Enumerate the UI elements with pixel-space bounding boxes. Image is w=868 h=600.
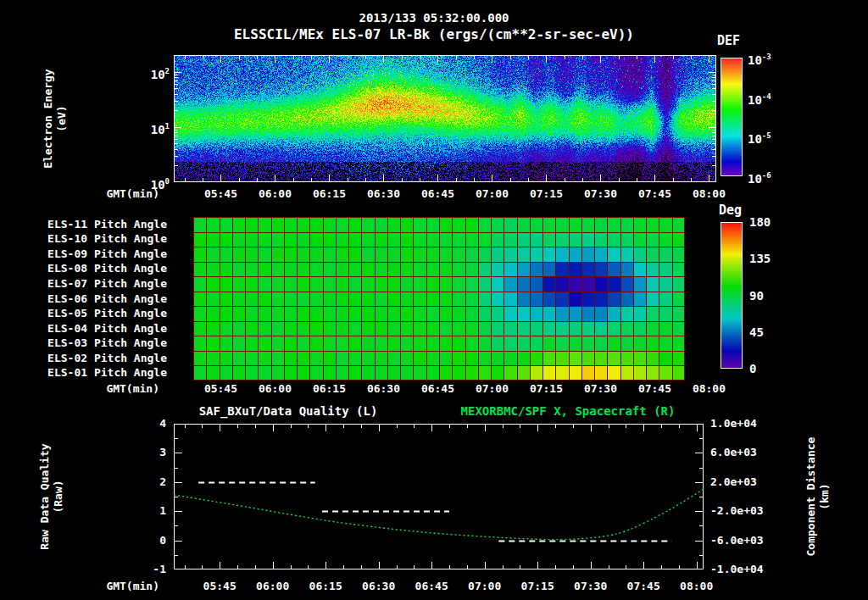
pitch-row-label: ELS-09 Pitch Angle bbox=[34, 247, 167, 261]
deg-colorbar-tick-label: 0 bbox=[749, 362, 787, 375]
spectrogram-y-axis-label-line2: (eV) bbox=[55, 17, 69, 220]
electron-spectrogram-heatmap bbox=[174, 55, 716, 182]
deg-colorbar bbox=[721, 222, 743, 369]
flux-colorbar-title: DEF bbox=[717, 34, 776, 47]
right-y-tick-label: -2.0e+03 bbox=[710, 504, 788, 518]
x-tick-label: 06:00 bbox=[248, 580, 298, 593]
pitch-row-label: ELS-08 Pitch Angle bbox=[34, 262, 167, 275]
right-y-tick-label: 1.0e+04 bbox=[710, 417, 788, 431]
x-tick-label: 06:45 bbox=[406, 580, 457, 593]
distance-y-axis-label-line1: Component Distance bbox=[804, 395, 818, 598]
quality-y-axis-label-line1: Raw Data Quality bbox=[38, 395, 52, 598]
left-y-tick-label: 0 bbox=[124, 534, 166, 547]
pitch-row-label: ELS-06 Pitch Angle bbox=[34, 292, 167, 306]
pitch-row-label: ELS-07 Pitch Angle bbox=[34, 277, 167, 291]
x-tick-label: 06:00 bbox=[249, 187, 300, 201]
right-y-tick-label: 2.0e+03 bbox=[710, 475, 788, 489]
x-tick-label: 07:30 bbox=[575, 187, 626, 201]
x-tick-label: 07:00 bbox=[459, 580, 510, 593]
left-y-tick-label: 3 bbox=[124, 446, 166, 459]
quality-series-title: SAF_BXuT/Data Quality (L) bbox=[174, 404, 403, 418]
left-y-tick-label: 1 bbox=[124, 504, 166, 518]
pitch-row-label: ELS-10 Pitch Angle bbox=[34, 232, 167, 246]
pitch-angle-heatmap bbox=[193, 217, 685, 381]
x-tick-label: 07:00 bbox=[466, 187, 517, 201]
x-tick-label: 07:30 bbox=[575, 382, 626, 396]
distance-y-axis-label: Component Distance (km) bbox=[804, 395, 833, 598]
left-y-tick-label: 2 bbox=[124, 475, 166, 489]
pitch-row-label: ELS-04 Pitch Angle bbox=[34, 322, 167, 336]
right-y-tick-label: -1.0e+04 bbox=[710, 563, 788, 576]
right-y-tick-label: 6.0e+03 bbox=[710, 446, 788, 459]
x-tick-label: 07:15 bbox=[520, 382, 571, 396]
deg-colorbar-tick-label: 135 bbox=[749, 252, 787, 265]
pitch-row-label: ELS-03 Pitch Angle bbox=[34, 336, 167, 350]
flux-colorbar bbox=[721, 58, 743, 176]
flux-colorbar-tick-label: 10-5 bbox=[748, 129, 802, 146]
pitch-row-label: ELS-11 Pitch Angle bbox=[34, 218, 167, 231]
x-tick-label: 08:00 bbox=[671, 580, 722, 593]
flux-colorbar-tick-label: 10-3 bbox=[748, 50, 802, 67]
quality-y-axis-label-line2: (Raw) bbox=[52, 395, 65, 598]
x-tick-label: 06:45 bbox=[412, 382, 463, 396]
x-tick-label: 05:45 bbox=[195, 382, 246, 396]
x-tick-label: 07:45 bbox=[629, 187, 680, 201]
gmt-axis-label: GMT(min) bbox=[85, 580, 159, 593]
y-tick-label: 100 bbox=[132, 175, 170, 192]
deg-colorbar-tick-label: 180 bbox=[749, 215, 787, 229]
timestamp-title: 2013/133 05:32:00.000 bbox=[0, 11, 868, 25]
right-y-tick-label: -6.0e+03 bbox=[710, 534, 788, 547]
y-tick-label: 102 bbox=[132, 64, 170, 81]
pitch-row-label: ELS-02 Pitch Angle bbox=[34, 352, 167, 365]
distance-y-axis-label-line2: (km) bbox=[818, 395, 832, 598]
deg-colorbar-tick-label: 90 bbox=[749, 289, 787, 303]
x-tick-label: 06:00 bbox=[249, 382, 300, 396]
x-tick-label: 05:45 bbox=[195, 187, 246, 201]
pitch-row-label: ELS-01 Pitch Angle bbox=[34, 366, 167, 380]
distance-series-title: MEXORBMC/SPF X, Spacecraft (R) bbox=[407, 404, 729, 418]
left-y-tick-label: 4 bbox=[124, 417, 166, 431]
x-tick-label: 07:45 bbox=[618, 580, 669, 593]
els-plot-screen: 2013/133 05:32:00.000 ELSSCIL/MEx ELS-07… bbox=[0, 0, 868, 600]
y-tick-label: 101 bbox=[132, 119, 170, 136]
x-tick-label: 06:30 bbox=[358, 382, 409, 396]
x-tick-label: 07:00 bbox=[466, 382, 517, 396]
spectrogram-y-axis-label-line1: Electron Energy bbox=[42, 17, 55, 220]
left-y-tick-label: -1 bbox=[124, 563, 166, 576]
x-tick-label: 07:15 bbox=[520, 187, 571, 201]
x-tick-label: 05:45 bbox=[194, 580, 245, 593]
x-tick-label: 06:15 bbox=[303, 382, 354, 396]
x-tick-label: 07:30 bbox=[565, 580, 616, 593]
x-tick-label: 06:30 bbox=[353, 580, 404, 593]
flux-colorbar-tick-label: 10-6 bbox=[748, 169, 802, 186]
spectrogram-y-axis-label: Electron Energy (eV) bbox=[42, 17, 70, 220]
quality-distance-chart bbox=[174, 424, 704, 569]
x-tick-label: 07:45 bbox=[629, 382, 680, 396]
pitch-row-label: ELS-05 Pitch Angle bbox=[34, 307, 167, 320]
x-tick-label: 06:45 bbox=[412, 187, 463, 201]
gmt-axis-label: GMT(min) bbox=[85, 382, 159, 396]
x-tick-label: 08:00 bbox=[683, 187, 734, 201]
x-tick-label: 07:15 bbox=[512, 580, 563, 593]
x-tick-label: 06:15 bbox=[303, 187, 354, 201]
x-tick-label: 08:00 bbox=[683, 382, 734, 396]
deg-colorbar-tick-label: 45 bbox=[749, 325, 787, 339]
x-tick-label: 06:30 bbox=[358, 187, 409, 201]
quality-y-axis-label: Raw Data Quality (Raw) bbox=[38, 395, 67, 598]
x-tick-label: 06:15 bbox=[300, 580, 351, 593]
flux-colorbar-tick-label: 10-4 bbox=[748, 90, 802, 107]
